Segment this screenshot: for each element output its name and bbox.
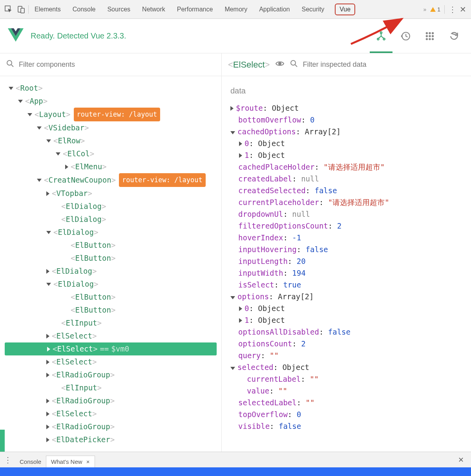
data-property[interactable]: inputLength: 20 — [230, 255, 462, 267]
svg-rect-2 — [21, 8, 24, 13]
data-property[interactable]: optionsCount: 2 — [230, 338, 462, 350]
tab-close-icon[interactable]: × — [86, 458, 90, 465]
data-property[interactable]: bottomOverflow: 0 — [230, 114, 462, 126]
tree-node[interactable]: <Layout>router-view: /layout — [0, 108, 221, 121]
data-property[interactable]: inputHovering: false — [230, 243, 462, 255]
tree-node[interactable]: <ElDialog> — [0, 278, 221, 291]
expand-icon — [230, 367, 235, 370]
data-property[interactable]: dropdownUl: null — [230, 208, 462, 220]
data-property[interactable]: query: "" — [230, 350, 462, 361]
tree-node[interactable]: <ElInput> — [0, 381, 221, 394]
tree-node[interactable]: <ElDialog> — [0, 265, 221, 278]
events-icon[interactable] — [425, 31, 435, 41]
component-filter-row — [0, 53, 221, 76]
devtools-tab-console[interactable]: Console — [71, 1, 97, 18]
collapse-icon — [65, 165, 68, 169]
data-property[interactable]: currentLabel: "" — [230, 373, 462, 385]
tree-node[interactable]: <Root> — [0, 82, 221, 95]
tree-node[interactable]: <ElCol> — [0, 147, 221, 160]
tree-node[interactable]: <ElRadioGroup> — [0, 420, 221, 433]
collapse-icon — [239, 318, 242, 323]
data-property[interactable]: selectedLabel: "" — [230, 397, 462, 408]
collapse-icon — [46, 191, 49, 196]
tree-node[interactable]: <ElInput> — [0, 317, 221, 330]
kebab-menu-icon[interactable]: ⋮ — [449, 5, 456, 14]
drawer-tab[interactable]: What's New × — [46, 456, 95, 467]
tree-node[interactable]: <ElButton> — [0, 291, 221, 304]
drawer: ⋮ ConsoleWhat's New × ✕ — [0, 452, 471, 467]
drawer-tab[interactable]: Console — [15, 456, 46, 467]
inspector-filter-input[interactable] — [303, 60, 465, 69]
devtools-tab-memory[interactable]: Memory — [223, 1, 248, 18]
router-view-badge: router-view: /layout — [119, 173, 206, 187]
collapse-icon — [239, 141, 242, 146]
data-property[interactable]: 1: Object — [230, 314, 462, 326]
eye-icon[interactable] — [275, 59, 285, 70]
devtools-tab-elements[interactable]: Elements — [33, 1, 62, 18]
devtools-tab-sources[interactable]: Sources — [106, 1, 131, 18]
component-filter-input[interactable] — [19, 60, 215, 69]
devtools-tab-performance[interactable]: Performance — [176, 1, 214, 18]
components-tab-icon[interactable] — [376, 31, 386, 41]
data-property[interactable]: topOverflow: 0 — [230, 408, 462, 420]
devtools-tab-application[interactable]: Application — [258, 1, 291, 18]
data-property[interactable]: inputWidth: 194 — [230, 267, 462, 279]
tree-node[interactable]: <ElRadioGroup> — [0, 394, 221, 407]
tree-node[interactable]: <VTopbar> — [0, 187, 221, 200]
data-property[interactable]: cachedOptions: Array[2] — [230, 126, 462, 137]
data-property[interactable]: cachedPlaceHolder: "请选择适用超市" — [230, 161, 462, 173]
close-icon[interactable]: ✕ — [460, 5, 466, 14]
tree-node[interactable]: <ElDatePicker> — [0, 433, 221, 446]
expand-icon — [46, 283, 51, 286]
data-property[interactable]: 0: Object — [230, 137, 462, 149]
tree-node[interactable]: <ElButton> — [0, 252, 221, 265]
warning-badge[interactable]: 1 — [430, 6, 440, 13]
data-property[interactable]: 0: Object — [230, 302, 462, 314]
devtools-tab-network[interactable]: Network — [141, 1, 166, 18]
data-property[interactable]: $route: Object — [230, 102, 462, 114]
data-property[interactable]: createdSelected: false — [230, 185, 462, 196]
drawer-menu-icon[interactable]: ⋮ — [4, 455, 11, 465]
inspect-icon[interactable] — [3, 4, 14, 15]
devtools-tab-security[interactable]: Security — [300, 1, 325, 18]
tree-node[interactable]: <ElDialog> — [0, 226, 221, 239]
components-pane: <Root><App><Layout>router-view: /layout<… — [0, 53, 222, 452]
data-property[interactable]: optionsAllDisabled: false — [230, 326, 462, 338]
tree-node[interactable]: <ElSelect> — [0, 355, 221, 368]
expand-icon — [27, 113, 32, 116]
tree-node[interactable]: <ElDialog> — [0, 200, 221, 213]
drawer-close-icon[interactable]: ✕ — [455, 456, 467, 464]
svg-point-12 — [432, 35, 434, 37]
tree-node[interactable]: <ElRadioGroup> — [0, 368, 221, 381]
tree-node[interactable]: <ElButton> — [0, 239, 221, 252]
tree-node[interactable]: <ElMenu> — [0, 160, 221, 173]
svg-point-17 — [279, 62, 281, 65]
overflow-icon[interactable]: » — [423, 6, 426, 13]
devtools-tab-vue[interactable]: Vue — [335, 4, 355, 15]
data-property[interactable]: createdLabel: null — [230, 173, 462, 185]
data-property[interactable]: 1: Object — [230, 149, 462, 161]
data-property[interactable]: visible: false — [230, 420, 462, 432]
expand-icon — [18, 100, 23, 103]
tree-node[interactable]: <CreatNewCoupon>router-view: /layout — [0, 173, 221, 187]
data-property[interactable]: selected: Object — [230, 361, 462, 373]
tree-node[interactable]: <ElSelect>== $vm0 — [5, 342, 217, 355]
data-property[interactable]: value: "" — [230, 385, 462, 397]
tree-node[interactable]: <VSidebar> — [0, 121, 221, 134]
tree-node[interactable]: <App> — [0, 95, 221, 108]
refresh-icon[interactable] — [449, 31, 459, 41]
tree-node[interactable]: <ElSelect> — [0, 407, 221, 420]
device-toggle-icon[interactable] — [16, 4, 27, 15]
collapse-icon — [46, 425, 49, 429]
tree-node[interactable]: <ElRow> — [0, 134, 221, 147]
data-property[interactable]: options: Array[2] — [230, 291, 462, 302]
data-property[interactable]: hoverIndex: -1 — [230, 232, 462, 243]
tree-node[interactable]: <ElButton> — [0, 304, 221, 317]
vue-status-text: Ready. Detected Vue 2.3.3. — [31, 31, 126, 40]
data-property[interactable]: isSelect: true — [230, 279, 462, 291]
history-icon[interactable] — [400, 31, 411, 41]
tree-node[interactable]: <ElSelect> — [0, 330, 221, 342]
data-property[interactable]: currentPlaceholder: "请选择适用超市" — [230, 196, 462, 208]
data-property[interactable]: filteredOptionsCount: 2 — [230, 220, 462, 232]
tree-node[interactable]: <ElDialog> — [0, 213, 221, 226]
